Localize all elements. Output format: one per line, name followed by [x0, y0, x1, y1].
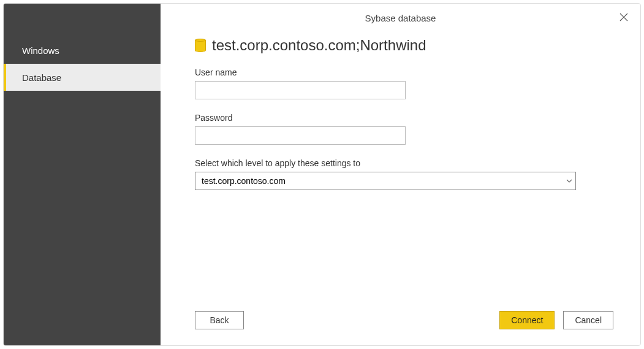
close-icon	[619, 13, 628, 23]
auth-method-sidebar: Windows Database	[4, 4, 161, 345]
dialog-footer: Back Connect Cancel	[161, 311, 640, 345]
username-label: User name	[195, 67, 606, 77]
sidebar-item-label: Database	[22, 72, 61, 83]
main-panel: Sybase database test.corp.contoso.com;No…	[161, 4, 640, 345]
auth-dialog: Windows Database Sybase database test.co…	[3, 3, 641, 346]
dialog-title: Sybase database	[365, 13, 436, 23]
password-label: Password	[195, 113, 606, 123]
connection-header: test.corp.contoso.com;Northwind	[195, 37, 606, 54]
connection-string: test.corp.contoso.com;Northwind	[212, 37, 426, 54]
dialog-titlebar: Sybase database	[161, 4, 640, 32]
back-button[interactable]: Back	[195, 311, 244, 329]
level-select[interactable]: test.corp.contoso.com	[195, 172, 576, 190]
database-icon	[195, 39, 206, 52]
connect-button[interactable]: Connect	[499, 311, 555, 329]
sidebar-item-label: Windows	[22, 45, 59, 56]
level-label: Select which level to apply these settin…	[195, 158, 606, 168]
level-select-wrap: test.corp.contoso.com	[195, 172, 576, 190]
sidebar-item-database[interactable]: Database	[4, 64, 161, 91]
sidebar-item-windows[interactable]: Windows	[4, 37, 161, 64]
cancel-button[interactable]: Cancel	[563, 311, 613, 329]
form-area: test.corp.contoso.com;Northwind User nam…	[161, 32, 640, 311]
level-selected-value: test.corp.contoso.com	[202, 176, 286, 186]
password-input[interactable]	[195, 126, 406, 145]
username-input[interactable]	[195, 81, 406, 99]
close-button[interactable]	[611, 5, 637, 31]
